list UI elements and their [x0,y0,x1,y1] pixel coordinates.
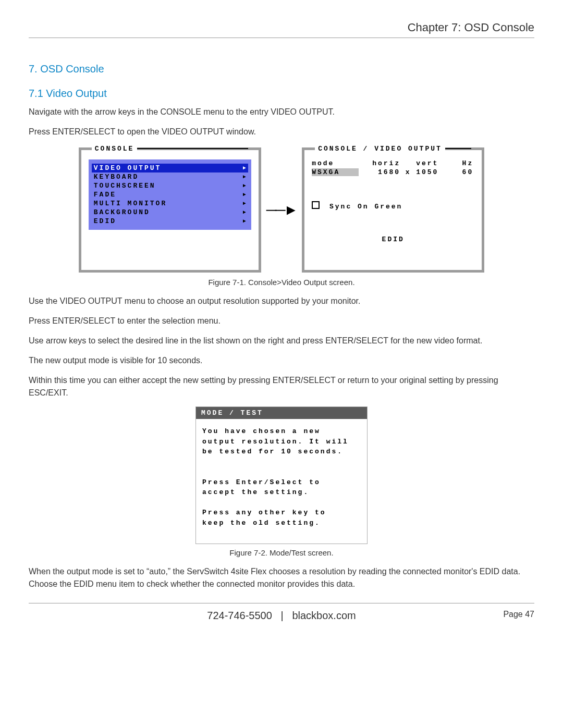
sync-label: Sync On Green [329,203,402,211]
sync-on-green-row[interactable]: Sync On Green [312,201,474,211]
osd-title-bar: CONSOLE [92,144,248,153]
osd-video-output-window: CONSOLE / VIDEO OUTPUT mode horiz vert H… [302,147,484,273]
menu-item-fade[interactable]: FADE ► [92,190,248,199]
paragraph: Navigate with the arrow keys in the CONS… [29,106,534,118]
arrow-right-icon: ──► [264,202,299,218]
menu-item-label: EDID [94,217,116,225]
menu-item-label: MULTI MONITOR [94,200,167,207]
section-title: 7. OSD Console [29,63,534,75]
col-horiz: horiz [359,159,400,167]
osd-title-line [445,148,471,149]
page-number: Page 47 [503,610,534,619]
paragraph: Within this time you can either accept t… [29,374,534,399]
col-vert: vert [416,159,452,167]
menu-item-video-output[interactable]: VIDEO OUTPUT ► [92,164,248,172]
mode-test-window: MODE / TEST You have chosen a new output… [195,406,368,544]
chapter-header: Chapter 7: OSD Console [29,21,534,38]
menu-item-label: VIDEO OUTPUT [94,164,162,172]
menu-item-background[interactable]: BACKGROUND ► [92,208,248,217]
video-output-data-row[interactable]: WSXGA 1680 x 1050 60 [312,168,474,176]
osd-title: CONSOLE / VIDEO OUTPUT [315,145,445,153]
paragraph: The new output mode is visible for 10 se… [29,354,534,367]
menu-item-keyboard[interactable]: KEYBOARD ► [92,172,248,181]
col-mode: mode [312,159,359,167]
value-x: x [400,168,416,176]
col-spacer [400,159,416,167]
value-mode: WSXGA [312,168,359,176]
paragraph: When the output mode is set to “auto,” t… [29,565,534,590]
chevron-right-icon: ► [243,174,246,180]
value-hz: 60 [452,168,473,176]
menu-item-label: BACKGROUND [94,208,150,216]
mode-test-body: You have chosen a new output resolution.… [196,419,367,544]
osd-title-line [137,148,248,149]
menu-item-multi-monitor[interactable]: MULTI MONITOR ► [92,199,248,208]
paragraph: Press ENTER/SELECT to open the VIDEO OUT… [29,126,534,138]
osd-title-bar: CONSOLE / VIDEO OUTPUT [315,144,471,153]
video-output-header-row: mode horiz vert Hz [312,159,474,167]
footer-center: 724-746-5500 | blackbox.com [207,610,356,622]
paragraph: Use the VIDEO OUTPUT menu to choose an o… [29,295,534,307]
figure-caption: Figure 7-2. Mode/Test screen. [29,548,534,557]
figure-caption: Figure 7-1. Console>Video Output screen. [29,278,534,287]
edid-row[interactable]: EDID [312,236,474,243]
figure-7-1: CONSOLE VIDEO OUTPUT ► KEYBOARD ► TOUCHS… [29,147,534,273]
page-footer: . 724-746-5500 | blackbox.com Page 47 [29,603,534,640]
osd-console-window: CONSOLE VIDEO OUTPUT ► KEYBOARD ► TOUCHS… [79,147,261,273]
menu-item-label: KEYBOARD [94,173,139,181]
menu-item-edid[interactable]: EDID ► [92,217,248,226]
menu-item-touchscreen[interactable]: TOUCHSCREEN ► [92,181,248,190]
osd-title: CONSOLE [92,145,138,153]
subsection-title: 7.1 Video Output [29,88,534,100]
chevron-right-icon: ► [243,165,246,171]
edid-label: EDID [382,236,405,243]
chevron-right-icon: ► [243,209,246,215]
menu-item-label: TOUCHSCREEN [94,182,156,190]
paragraph: Press ENTER/SELECT to enter the selectio… [29,315,534,327]
menu-item-label: FADE [94,191,116,199]
chevron-right-icon: ► [243,183,246,189]
value-vert: 1050 [416,168,452,176]
footer-site: blackbox.com [292,610,356,621]
col-hz: Hz [452,159,473,167]
footer-phone: 724-746-5500 [207,610,272,621]
paragraph: Use arrow keys to select the desired lin… [29,335,534,347]
checkbox-icon[interactable] [312,201,320,209]
chevron-right-icon: ► [243,192,246,198]
value-horiz: 1680 [359,168,400,176]
footer-sep: | [281,610,284,621]
chevron-right-icon: ► [243,218,246,224]
mode-test-title: MODE / TEST [196,407,367,419]
chevron-right-icon: ► [243,201,246,206]
console-menu-panel: VIDEO OUTPUT ► KEYBOARD ► TOUCHSCREEN ► … [89,159,251,230]
